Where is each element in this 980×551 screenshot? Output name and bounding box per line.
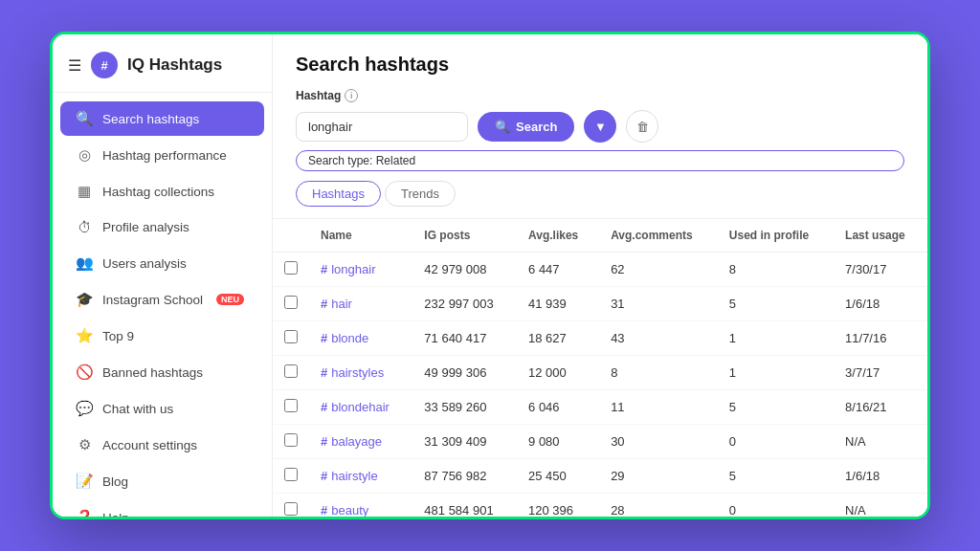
col-header-3: Avg.likes [517,219,599,253]
main-content: Search hashtags Hashtag i 🔍 Search ▼ [273,34,927,517]
search-input[interactable] [296,112,468,142]
hashtag-name[interactable]: hairstyles [331,365,384,380]
row-ig-posts: 31 309 409 [412,425,517,459]
table-header: NameIG postsAvg.likesAvg.commentsUsed in… [273,219,927,253]
hashtag-name[interactable]: blonde [331,331,368,345]
hashtag-link[interactable]: # hair [321,297,401,311]
row-used-in-profile: 0 [718,494,834,518]
row-ig-posts: 49 999 306 [412,356,517,390]
sidebar-nav: 🔍 Search hashtags ◎ Hashtag performance … [53,93,272,517]
col-header-2: IG posts [412,219,517,253]
hashtag-name[interactable]: hairstyle [331,469,377,483]
row-checkbox-cell [273,494,309,518]
filter-button[interactable]: ▼ [584,110,616,143]
hashtag-name[interactable]: balayage [331,434,382,449]
hashtag-link[interactable]: # hairstyles [321,365,401,380]
tab-hashtags[interactable]: Hashtags [296,181,381,207]
col-header-5: Used in profile [718,219,834,253]
row-checkbox[interactable] [284,468,298,481]
sidebar-item-chat-with-us[interactable]: 💬 Chat with us [60,391,264,426]
hashtag-name[interactable]: blondehair [331,400,390,414]
row-last-usage: 11/7/16 [834,321,927,356]
row-name-cell: # hairstyle [309,459,412,494]
row-avg-comments: 62 [599,253,718,287]
nav-badge: NEU [216,294,244,305]
hashtags-table: NameIG postsAvg.likesAvg.commentsUsed in… [273,219,927,517]
search-button[interactable]: 🔍 Search [478,112,574,142]
row-last-usage: N/A [834,425,927,459]
col-header-1: Name [309,219,412,253]
row-checkbox[interactable] [284,261,298,275]
sidebar-item-label: Profile analysis [102,220,189,234]
row-checkbox[interactable] [284,364,298,378]
sidebar-item-instagram-school[interactable]: 🎓 Instagram School NEU [60,282,264,317]
row-avg-likes: 18 627 [517,321,599,356]
row-checkbox[interactable] [284,399,298,412]
row-avg-likes: 6 447 [517,253,599,287]
row-ig-posts: 481 584 901 [412,494,517,518]
sidebar-item-profile-analysis[interactable]: ⏱ Profile analysis [60,210,264,244]
row-checkbox[interactable] [284,296,298,309]
sidebar-item-hashtag-collections[interactable]: ▦ Hashtag collections [60,174,264,209]
sidebar-item-top-9[interactable]: ⭐ Top 9 [60,319,264,353]
row-checkbox[interactable] [284,433,298,447]
row-checkbox[interactable] [284,330,298,343]
sidebar-item-blog[interactable]: 📝 Blog [60,464,264,498]
row-checkbox-cell [273,425,309,459]
hashtag-link[interactable]: # balayage [321,434,401,449]
table-row: # blondehair 33 589 260 6 046 11 5 8/16/… [273,390,927,425]
row-last-usage: 1/6/18 [834,287,927,321]
help-icon: ❓ [76,509,93,517]
sidebar-item-label: Hashtag performance [102,148,227,163]
sidebar-item-users-analysis[interactable]: 👥 Users analysis [60,246,264,280]
sidebar-item-help[interactable]: ❓ Help [60,500,264,517]
hashtags-table-container: NameIG postsAvg.likesAvg.commentsUsed in… [273,219,927,517]
sidebar-item-label: Blog [102,474,128,489]
clear-button[interactable]: 🗑 [626,110,658,143]
row-avg-comments: 8 [599,356,718,390]
hashtag-link[interactable]: # longhair [321,262,401,276]
row-avg-likes: 6 046 [517,390,599,425]
sidebar-item-banned-hashtags[interactable]: 🚫 Banned hashtags [60,355,264,389]
sidebar-item-label: Chat with us [102,402,173,416]
table-row: # beauty 481 584 901 120 396 28 0 N/A [273,494,927,518]
hashtag-name[interactable]: hair [331,297,352,311]
row-avg-likes: 120 396 [517,494,599,518]
sidebar-item-search-hashtags[interactable]: 🔍 Search hashtags [60,101,264,136]
row-avg-comments: 31 [599,287,718,321]
table-row: # hair 232 997 003 41 939 31 5 1/6/18 [273,287,927,321]
sidebar-item-label: Top 9 [102,329,134,343]
page-title: Search hashtags [296,54,904,76]
row-last-usage: 7/30/17 [834,253,927,287]
sidebar-item-label: Users analysis [102,256,187,271]
hashtag-name[interactable]: longhair [331,262,375,276]
row-used-in-profile: 5 [718,287,834,321]
sidebar-item-label: Instagram School [102,293,203,307]
tab-trends[interactable]: Trends [385,181,456,207]
hashtag-link[interactable]: # beauty [321,503,401,517]
row-name-cell: # blondehair [309,390,412,425]
hashtag-link[interactable]: # blondehair [321,400,401,414]
users-analysis-icon: 👥 [76,254,93,272]
row-name-cell: # hair [309,287,412,321]
hash-symbol: # [321,297,327,311]
row-avg-comments: 28 [599,494,718,518]
hamburger-icon[interactable]: ☰ [68,56,81,75]
info-icon: i [345,89,358,102]
row-checkbox[interactable] [284,502,298,516]
hashtag-link[interactable]: # hairstyle [321,469,401,483]
row-used-in-profile: 5 [718,390,834,425]
sidebar-item-account-settings[interactable]: ⚙ Account settings [60,428,264,462]
search-button-icon: 🔍 [495,120,510,134]
search-type-badge[interactable]: Search type: Related [296,150,904,171]
sidebar-item-hashtag-performance[interactable]: ◎ Hashtag performance [60,138,264,172]
logo-icon: # [91,52,118,78]
hashtag-name[interactable]: beauty [331,503,368,517]
table-body: # longhair 42 979 008 6 447 62 8 7/30/17… [273,253,927,518]
hashtag-link[interactable]: # blonde [321,331,401,345]
sidebar-brand: IQ Hashtags [127,55,222,75]
hashtag-collections-icon: ▦ [76,183,93,200]
row-ig-posts: 42 979 008 [412,253,517,287]
sidebar-item-label: Hashtag collections [102,185,214,199]
sidebar-item-label: Banned hashtags [102,365,203,380]
